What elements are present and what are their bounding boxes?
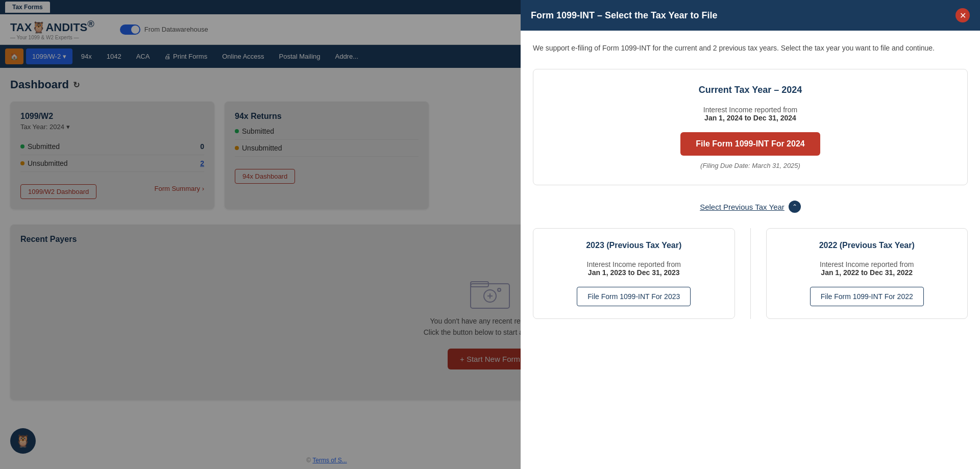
- prev-2022-income-period: Interest Income reported from Jan 1, 202…: [779, 260, 955, 277]
- vertical-divider: [750, 228, 751, 319]
- current-income-period: Interest Income reported from Jan 1, 202…: [549, 106, 952, 122]
- file-2022-btn[interactable]: File Form 1099-INT For 2022: [810, 287, 924, 306]
- filing-due-date: (Filing Due Date: March 31, 2025): [549, 162, 952, 169]
- tax-year-modal: Form 1099-INT – Select the Tax Year to F…: [521, 0, 980, 469]
- file-2023-btn[interactable]: File Form 1099-INT For 2023: [577, 287, 691, 306]
- modal-close-button[interactable]: ✕: [955, 8, 970, 22]
- current-year-card: Current Tax Year – 2024 Interest Income …: [533, 69, 968, 185]
- prev-year-2022-card: 2022 (Previous Tax Year) Interest Income…: [766, 228, 968, 319]
- select-prev-tax-year[interactable]: Select Previous Tax Year ⌃: [533, 201, 968, 213]
- modal-body: We support e-filing of Form 1099-INT for…: [521, 31, 980, 469]
- prev-year-2022-title: 2022 (Previous Tax Year): [779, 241, 955, 250]
- modal-title: Form 1099-INT – Select the Tax Year to F…: [531, 10, 717, 21]
- prev-2023-income-period: Interest Income reported from Jan 1, 202…: [546, 260, 722, 277]
- prev-years-row: 2023 (Previous Tax Year) Interest Income…: [533, 228, 968, 319]
- file-2024-btn[interactable]: File Form 1099-INT For 2024: [680, 132, 820, 156]
- modal-header: Form 1099-INT – Select the Tax Year to F…: [521, 0, 980, 31]
- chevron-circle-icon: ⌃: [789, 201, 801, 213]
- current-year-label: Current Tax Year – 2024: [549, 85, 952, 95]
- prev-year-2023-card: 2023 (Previous Tax Year) Interest Income…: [533, 228, 735, 319]
- prev-year-2023-title: 2023 (Previous Tax Year): [546, 241, 722, 250]
- modal-description: We support e-filing of Form 1099-INT for…: [533, 43, 968, 54]
